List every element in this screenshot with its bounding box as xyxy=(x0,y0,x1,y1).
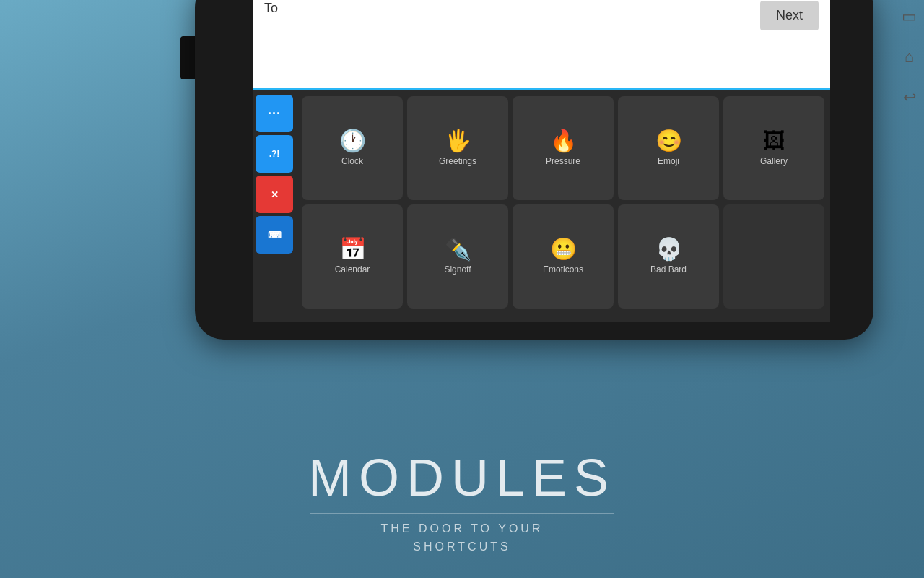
greetings-label: Greetings xyxy=(439,156,476,166)
sidebar-dots-btn[interactable]: ··· xyxy=(256,95,293,132)
module-badbard[interactable]: 💀 Bad Bard xyxy=(618,204,719,309)
emoticons-icon: 😬 xyxy=(550,238,577,260)
gallery-icon: 🖼 xyxy=(763,130,785,152)
back-icon: ↩ xyxy=(903,88,916,107)
signoff-label: Signoff xyxy=(444,264,471,275)
badbard-label: Bad Bard xyxy=(650,264,687,275)
calendar-label: Calendar xyxy=(335,264,370,275)
badbard-icon: 💀 xyxy=(655,238,682,260)
email-area: To Next xyxy=(253,0,830,90)
emoticons-label: Emoticons xyxy=(543,264,583,275)
modules-subtitle: THE DOOR TO YOUR SHORTCUTS xyxy=(381,519,544,556)
module-signoff[interactable]: ✒️ Signoff xyxy=(407,204,508,309)
modules-divider xyxy=(310,513,614,514)
subtitle-line1: THE DOOR TO YOUR xyxy=(381,522,544,535)
tagline-section: MODULES THE DOOR TO YOUR SHORTCUTS xyxy=(0,448,924,556)
sidebar-delete-btn[interactable]: ✕ xyxy=(256,176,293,213)
sidebar: ··· .?! ✕ ⌨ xyxy=(253,90,296,314)
module-pressure[interactable]: 🔥 Pressure xyxy=(513,96,614,200)
calendar-icon: 📅 xyxy=(339,238,366,260)
screen-icon: ▭ xyxy=(902,7,917,26)
modules-grid: 🕐 Clock 🖐 Greetings 🔥 Pressure 😊 xyxy=(296,90,830,314)
pressure-icon: 🔥 xyxy=(550,130,577,152)
emoji-label: Emoji xyxy=(658,156,679,166)
module-clock[interactable]: 🕐 Clock xyxy=(302,96,403,200)
greetings-icon: 🖐 xyxy=(445,130,471,152)
subtitle-line2: SHORTCUTS xyxy=(413,540,510,553)
emoji-icon: 😊 xyxy=(655,130,682,152)
module-emoji[interactable]: 😊 Emoji xyxy=(618,96,719,200)
module-emoticons[interactable]: 😬 Emoticons xyxy=(513,204,614,309)
module-gallery[interactable]: 🖼 Gallery xyxy=(723,96,824,200)
clock-icon: 🕐 xyxy=(339,130,366,152)
email-to-label: To xyxy=(264,0,278,16)
gallery-label: Gallery xyxy=(760,156,788,166)
pressure-label: Pressure xyxy=(546,156,580,166)
module-greetings[interactable]: 🖐 Greetings xyxy=(407,96,508,200)
module-calendar[interactable]: 📅 Calendar xyxy=(302,204,403,309)
sidebar-keyboard-btn[interactable]: ⌨ xyxy=(256,216,293,254)
sidebar-symbols-btn[interactable]: .?! xyxy=(256,135,293,173)
page-wrapper: ▭ ⌂ ↩ To Next ··· .?! xyxy=(0,0,924,578)
next-button[interactable]: Next xyxy=(760,1,819,30)
phone-device: ▭ ⌂ ↩ To Next ··· .?! xyxy=(152,0,772,347)
phone-body: ▭ ⌂ ↩ To Next ··· .?! xyxy=(195,0,873,340)
home-icon: ⌂ xyxy=(905,48,914,66)
signoff-icon: ✒️ xyxy=(445,238,471,260)
volume-button xyxy=(180,36,196,79)
modules-title: MODULES xyxy=(308,448,616,507)
clock-label: Clock xyxy=(341,156,363,166)
phone-nav-right: ▭ ⌂ ↩ xyxy=(902,7,917,107)
modules-panel: ··· .?! ✕ ⌨ 🕐 Clock 🖐 xyxy=(253,90,830,314)
email-underline xyxy=(253,88,830,90)
phone-screen: To Next ··· .?! ✕ ⌨ xyxy=(253,0,830,322)
module-empty xyxy=(723,204,824,309)
